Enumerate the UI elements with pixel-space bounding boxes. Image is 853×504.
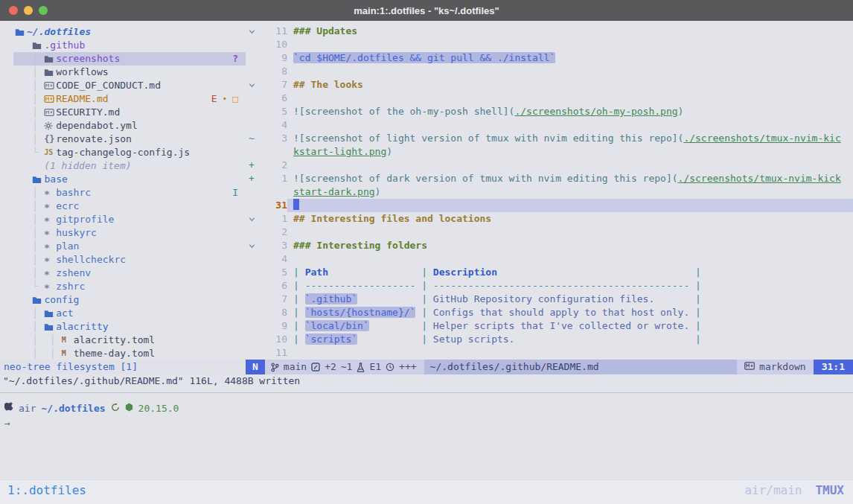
line-number: 10 [258, 333, 287, 346]
editor-line[interactable]: 6| ------------------- | ---------------… [246, 279, 853, 293]
line-text [287, 346, 853, 360]
editor-line[interactable]: 10| `scripts` | Setup scripts. | [246, 333, 853, 346]
editor-line[interactable]: 3### Interesting folders [246, 239, 853, 252]
status-mark: ? [232, 52, 238, 66]
tree-item-gitprofile[interactable]: │ ∗gitprofile [0, 213, 246, 226]
line-text: | `hosts/{hostname}/` | Configs that sho… [287, 306, 853, 319]
braces-icon: {} [44, 133, 56, 146]
tree-item-label: README.md [56, 92, 108, 106]
line-text [287, 65, 853, 78]
sign-column [246, 319, 258, 333]
editor-line[interactable]: 4 [246, 252, 853, 266]
tree-item-shellcheckrc[interactable]: │ ∗shellcheckrc [0, 253, 246, 267]
editor-line[interactable]: 11### Updates [246, 25, 853, 38]
prompt-input-line[interactable]: → [4, 417, 853, 430]
tmux-session-name: air/main [744, 483, 802, 497]
tree-item-renovate-json[interactable]: │ {}renovate.json [0, 133, 246, 146]
editor-line[interactable]: ~3![screenshot of light version of tmux … [246, 132, 853, 145]
editor-line[interactable]: 7| `.github` | GitHub Repository configu… [246, 293, 853, 306]
tree-item-zshrc[interactable]: └ ∗zshrc [0, 280, 246, 293]
editor-line[interactable]: start-dark.png) [246, 185, 853, 199]
tree-item-label: CODE_OF_CONDUCT.md [56, 79, 161, 92]
line-text: ![screenshot of light version of tmux wi… [287, 132, 853, 145]
tree-indent-guide: └ [15, 280, 44, 293]
asterisk-icon: ∗ [44, 267, 56, 280]
line-text [287, 92, 853, 105]
editor-line[interactable]: 5![screenshot of the oh-my-posh shell](.… [246, 105, 853, 118]
tree-item-tag-changelog-config-js[interactable]: └ JStag-changelog-config.js [0, 146, 246, 159]
tree-item-plan[interactable]: │ ∗plan [0, 240, 246, 253]
zoom-button[interactable] [39, 6, 48, 15]
asterisk-icon: ∗ [44, 200, 56, 213]
tree-item--dotfiles[interactable]: ~/.dotfiles [0, 25, 246, 39]
tree-item-theme-day-toml[interactable]: │ │ Mtheme-day.toml [0, 347, 246, 360]
tree-item-readme-md[interactable]: │ README.mdE•□ [0, 92, 246, 106]
editor-line[interactable]: 4 [246, 118, 853, 132]
sign-column [246, 252, 258, 266]
editor-line[interactable]: +1![screenshot of dark version of tmux w… [246, 172, 853, 185]
tree-item-act[interactable]: │ act [0, 307, 246, 320]
line-text: ![screenshot of the oh-my-posh shell](./… [287, 105, 853, 118]
tree-item-ecrc[interactable]: │ ∗ecrc [0, 200, 246, 213]
tree-item-huskyrc[interactable]: │ ∗huskyrc [0, 226, 246, 240]
tree-indent-guide: │ [15, 226, 44, 240]
traffic-lights [9, 6, 48, 15]
editor-line[interactable]: 9`cd $HOME/.dotfiles && git pull && ./in… [246, 51, 853, 65]
sign-column [246, 266, 258, 279]
fold-open-icon [246, 25, 258, 38]
editor-line[interactable]: 2 [246, 226, 853, 239]
tree-indent-guide [15, 173, 32, 186]
tree-indent-guide: │ │ [15, 334, 62, 347]
editor-line[interactable]: 11 [246, 346, 853, 360]
node-icon [125, 402, 133, 415]
line-number: 7 [258, 78, 287, 92]
clock-icon [386, 363, 394, 371]
tree-item-base[interactable]: base [0, 173, 246, 186]
prompt-path: ~/.dotfiles [41, 402, 105, 415]
editor-line[interactable]: 8 [246, 65, 853, 78]
editor-line[interactable]: 6 [246, 92, 853, 105]
line-number: 1 [258, 172, 287, 185]
statusbar-filename: ~/.dotfiles/.github/README.md [424, 360, 737, 374]
toml-icon: M [62, 334, 74, 347]
tree-item-alacritty[interactable]: │ alacritty [0, 320, 246, 334]
close-button[interactable] [9, 6, 18, 15]
editor-line[interactable]: 8| `hosts/{hostname}/` | Configs that sh… [246, 306, 853, 319]
tree-item-label: screenshots [56, 52, 120, 66]
editor-line[interactable]: +2 [246, 159, 853, 172]
line-number: 8 [258, 306, 287, 319]
tree-indent-guide: │ [15, 267, 44, 280]
folder-icon [32, 296, 44, 304]
tree-item--github[interactable]: .github [0, 39, 246, 52]
shell-pane[interactable]: air ~/.dotfiles 20.15.0 → [0, 393, 853, 479]
editor-line[interactable]: kstart-light.png) [246, 145, 853, 159]
tree-item-bashrc[interactable]: │ ∗bashrcI [0, 186, 246, 200]
sign-column [246, 199, 258, 212]
tree-item--1-hidden-item-[interactable]: (1 hidden item) [0, 159, 246, 173]
editor-line[interactable]: 7## The looks [246, 78, 853, 92]
tree-item-security-md[interactable]: │ SECURITY.md [0, 106, 246, 119]
tree-item-alacritty-toml[interactable]: │ │ Malacritty.toml [0, 334, 246, 347]
editor-line[interactable]: 1## Interesting files and locations [246, 212, 853, 226]
tree-item-zshenv[interactable]: │ ∗zshenv [0, 267, 246, 280]
tree-item-config[interactable]: config [0, 293, 246, 307]
gitsign-changed: ~ [246, 132, 258, 145]
editor-line[interactable]: 10 [246, 38, 853, 51]
editor-line[interactable]: 31 [246, 199, 853, 212]
tree-indent-guide: │ [15, 320, 44, 334]
minimize-button[interactable] [24, 6, 33, 15]
tree-item-workflows[interactable]: │ workflows [0, 66, 246, 79]
line-text [287, 159, 853, 172]
tree-item-dependabot-yml[interactable]: │ dependabot.yml [0, 119, 246, 133]
editor-buffer[interactable]: 11### Updates109`cd $HOME/.dotfiles && g… [246, 21, 853, 360]
line-number: 4 [258, 252, 287, 266]
tmux-statusbar: 1:.dotfiles air/main TMUX [0, 479, 853, 504]
tree-item-code-of-conduct-md[interactable]: │ CODE_OF_CONDUCT.md [0, 79, 246, 92]
editor-line[interactable]: 9| `local/bin` | Helper scripts that I'v… [246, 319, 853, 333]
tmux-window-tab[interactable]: 1:.dotfiles [7, 483, 86, 497]
tree-indent-guide [15, 39, 32, 52]
git-diff-modified: ~1 [341, 360, 353, 374]
command-message: "~/.dotfiles/.github/README.md" 116L, 44… [0, 374, 853, 388]
editor-line[interactable]: 5| Path | Description | [246, 266, 853, 279]
tree-item-screenshots[interactable]: │ screenshots? [0, 52, 246, 66]
